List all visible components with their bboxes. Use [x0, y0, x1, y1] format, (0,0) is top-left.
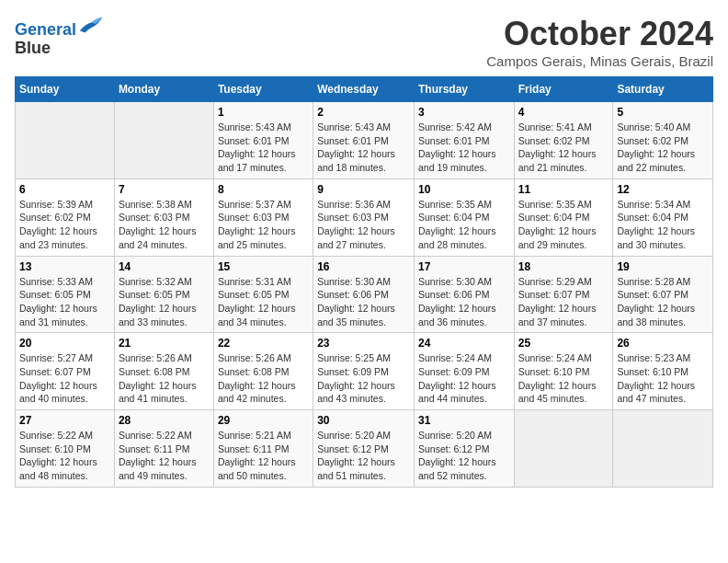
day-info: Sunrise: 5:40 AM Sunset: 6:02 PM Dayligh… — [617, 121, 709, 175]
calendar-week-row: 1Sunrise: 5:43 AM Sunset: 6:01 PM Daylig… — [16, 102, 713, 179]
day-info: Sunrise: 5:20 AM Sunset: 6:12 PM Dayligh… — [317, 429, 410, 483]
calendar-cell: 28Sunrise: 5:22 AM Sunset: 6:11 PM Dayli… — [114, 410, 213, 488]
day-info: Sunrise: 5:36 AM Sunset: 6:03 PM Dayligh… — [317, 198, 410, 252]
logo: General Blue — [15, 15, 104, 58]
calendar-cell: 20Sunrise: 5:27 AM Sunset: 6:07 PM Dayli… — [16, 333, 115, 410]
day-info: Sunrise: 5:24 AM Sunset: 6:10 PM Dayligh… — [518, 351, 609, 406]
day-number: 16 — [317, 260, 410, 273]
calendar-cell — [514, 410, 613, 488]
calendar-cell: 3Sunrise: 5:42 AM Sunset: 6:01 PM Daylig… — [414, 102, 514, 179]
calendar-cell: 30Sunrise: 5:20 AM Sunset: 6:12 PM Dayli… — [313, 410, 415, 488]
calendar-cell: 2Sunrise: 5:43 AM Sunset: 6:01 PM Daylig… — [313, 102, 415, 179]
day-info: Sunrise: 5:26 AM Sunset: 6:08 PM Dayligh… — [119, 351, 210, 406]
calendar-cell: 31Sunrise: 5:20 AM Sunset: 6:12 PM Dayli… — [414, 410, 514, 488]
day-info: Sunrise: 5:38 AM Sunset: 6:03 PM Dayligh… — [119, 198, 210, 252]
weekday-header: Wednesday — [313, 77, 415, 102]
day-info: Sunrise: 5:43 AM Sunset: 6:01 PM Dayligh… — [218, 121, 309, 175]
day-number: 5 — [617, 106, 709, 119]
day-info: Sunrise: 5:32 AM Sunset: 6:05 PM Dayligh… — [119, 275, 210, 329]
day-info: Sunrise: 5:28 AM Sunset: 6:07 PM Dayligh… — [617, 275, 709, 329]
calendar-cell: 4Sunrise: 5:41 AM Sunset: 6:02 PM Daylig… — [514, 102, 613, 179]
calendar-cell: 14Sunrise: 5:32 AM Sunset: 6:05 PM Dayli… — [114, 256, 213, 333]
calendar-cell: 11Sunrise: 5:35 AM Sunset: 6:04 PM Dayli… — [514, 178, 613, 256]
day-info: Sunrise: 5:34 AM Sunset: 6:04 PM Dayligh… — [617, 198, 709, 252]
location: Campos Gerais, Minas Gerais, Brazil — [486, 53, 713, 69]
day-info: Sunrise: 5:26 AM Sunset: 6:08 PM Dayligh… — [218, 351, 309, 406]
day-info: Sunrise: 5:27 AM Sunset: 6:07 PM Dayligh… — [19, 351, 110, 406]
calendar-cell: 23Sunrise: 5:25 AM Sunset: 6:09 PM Dayli… — [313, 333, 415, 410]
day-number: 15 — [218, 260, 309, 273]
day-info: Sunrise: 5:37 AM Sunset: 6:03 PM Dayligh… — [218, 198, 309, 252]
calendar-cell — [114, 102, 213, 179]
calendar-cell: 26Sunrise: 5:23 AM Sunset: 6:10 PM Dayli… — [613, 333, 713, 410]
logo-bird-icon — [78, 15, 104, 35]
day-number: 13 — [19, 260, 110, 273]
day-info: Sunrise: 5:42 AM Sunset: 6:01 PM Dayligh… — [418, 121, 510, 175]
day-info: Sunrise: 5:35 AM Sunset: 6:04 PM Dayligh… — [518, 198, 609, 252]
calendar-cell: 6Sunrise: 5:39 AM Sunset: 6:02 PM Daylig… — [16, 178, 115, 256]
calendar-cell: 15Sunrise: 5:31 AM Sunset: 6:05 PM Dayli… — [213, 256, 313, 333]
weekday-header: Saturday — [613, 77, 713, 102]
calendar-cell: 21Sunrise: 5:26 AM Sunset: 6:08 PM Dayli… — [114, 333, 213, 410]
calendar-cell: 24Sunrise: 5:24 AM Sunset: 6:09 PM Dayli… — [414, 333, 514, 410]
day-number: 30 — [317, 414, 410, 427]
day-number: 4 — [518, 106, 609, 119]
calendar-week-row: 6Sunrise: 5:39 AM Sunset: 6:02 PM Daylig… — [16, 178, 713, 256]
title-block: October 2024 Campos Gerais, Minas Gerais… — [486, 15, 713, 69]
calendar-table: SundayMondayTuesdayWednesdayThursdayFrid… — [15, 76, 713, 488]
day-info: Sunrise: 5:30 AM Sunset: 6:06 PM Dayligh… — [418, 275, 510, 329]
calendar-cell: 5Sunrise: 5:40 AM Sunset: 6:02 PM Daylig… — [613, 102, 713, 179]
day-number: 11 — [518, 183, 609, 196]
day-number: 6 — [19, 183, 110, 196]
day-info: Sunrise: 5:41 AM Sunset: 6:02 PM Dayligh… — [518, 121, 609, 175]
calendar-cell: 17Sunrise: 5:30 AM Sunset: 6:06 PM Dayli… — [414, 256, 514, 333]
calendar-cell: 16Sunrise: 5:30 AM Sunset: 6:06 PM Dayli… — [313, 256, 415, 333]
calendar-week-row: 20Sunrise: 5:27 AM Sunset: 6:07 PM Dayli… — [16, 333, 713, 410]
day-number: 24 — [418, 337, 510, 350]
page-header: General Blue October 2024 Campos Gerais,… — [15, 15, 713, 69]
day-number: 14 — [119, 260, 210, 273]
day-info: Sunrise: 5:25 AM Sunset: 6:09 PM Dayligh… — [317, 351, 410, 406]
day-number: 31 — [418, 414, 510, 427]
day-number: 18 — [518, 260, 609, 273]
day-number: 25 — [518, 337, 609, 350]
day-info: Sunrise: 5:29 AM Sunset: 6:07 PM Dayligh… — [518, 275, 609, 329]
calendar-cell: 18Sunrise: 5:29 AM Sunset: 6:07 PM Dayli… — [514, 256, 613, 333]
day-info: Sunrise: 5:20 AM Sunset: 6:12 PM Dayligh… — [418, 429, 510, 483]
day-number: 9 — [317, 183, 410, 196]
calendar-cell: 7Sunrise: 5:38 AM Sunset: 6:03 PM Daylig… — [114, 178, 213, 256]
calendar-cell: 19Sunrise: 5:28 AM Sunset: 6:07 PM Dayli… — [613, 256, 713, 333]
day-number: 22 — [218, 337, 309, 350]
day-number: 26 — [617, 337, 709, 350]
calendar-cell: 1Sunrise: 5:43 AM Sunset: 6:01 PM Daylig… — [213, 102, 313, 179]
weekday-header: Sunday — [16, 77, 115, 102]
day-number: 2 — [317, 106, 410, 119]
weekday-header: Tuesday — [213, 77, 313, 102]
calendar-cell — [613, 410, 713, 488]
month-title: October 2024 — [486, 15, 713, 53]
calendar-cell — [16, 102, 115, 179]
day-info: Sunrise: 5:30 AM Sunset: 6:06 PM Dayligh… — [317, 275, 410, 329]
day-info: Sunrise: 5:22 AM Sunset: 6:10 PM Dayligh… — [19, 429, 110, 483]
day-number: 3 — [418, 106, 510, 119]
day-number: 12 — [617, 183, 709, 196]
day-info: Sunrise: 5:43 AM Sunset: 6:01 PM Dayligh… — [317, 121, 410, 175]
calendar-cell: 9Sunrise: 5:36 AM Sunset: 6:03 PM Daylig… — [313, 178, 415, 256]
day-info: Sunrise: 5:33 AM Sunset: 6:05 PM Dayligh… — [19, 275, 110, 329]
day-info: Sunrise: 5:39 AM Sunset: 6:02 PM Dayligh… — [19, 198, 110, 252]
day-number: 23 — [317, 337, 410, 350]
calendar-cell: 13Sunrise: 5:33 AM Sunset: 6:05 PM Dayli… — [16, 256, 115, 333]
calendar-week-row: 27Sunrise: 5:22 AM Sunset: 6:10 PM Dayli… — [16, 410, 713, 488]
calendar-cell: 12Sunrise: 5:34 AM Sunset: 6:04 PM Dayli… — [613, 178, 713, 256]
day-number: 19 — [617, 260, 709, 273]
day-info: Sunrise: 5:24 AM Sunset: 6:09 PM Dayligh… — [418, 351, 510, 406]
day-info: Sunrise: 5:23 AM Sunset: 6:10 PM Dayligh… — [617, 351, 709, 406]
weekday-header-row: SundayMondayTuesdayWednesdayThursdayFrid… — [16, 77, 713, 102]
weekday-header: Monday — [114, 77, 213, 102]
weekday-header: Friday — [514, 77, 613, 102]
weekday-header: Thursday — [414, 77, 514, 102]
calendar-cell: 10Sunrise: 5:35 AM Sunset: 6:04 PM Dayli… — [414, 178, 514, 256]
day-number: 17 — [418, 260, 510, 273]
day-number: 27 — [19, 414, 110, 427]
day-number: 29 — [218, 414, 309, 427]
